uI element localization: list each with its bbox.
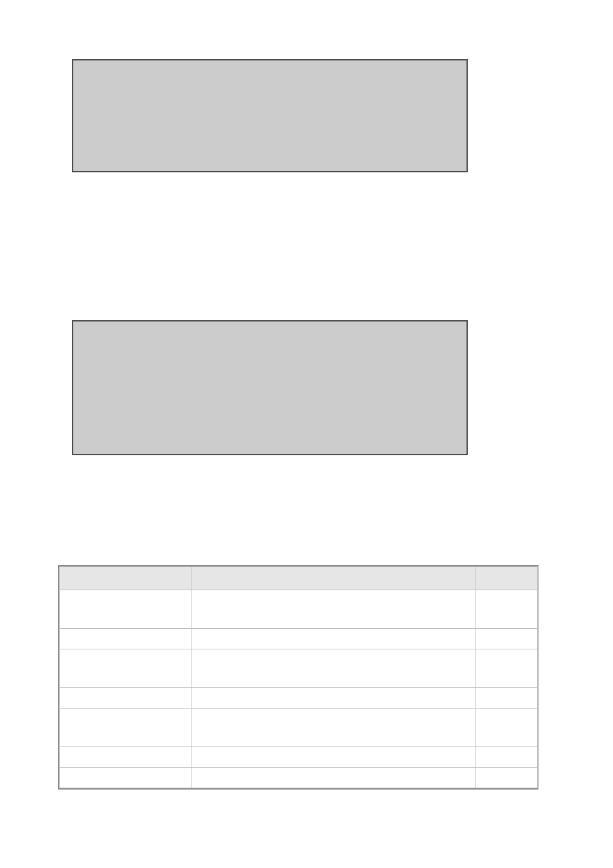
cell [475,635,479,644]
table-header-3 [475,567,538,590]
table-row [60,590,538,629]
cell [191,694,195,703]
panel-1 [72,59,468,172]
cell [191,754,195,763]
cell [475,694,479,703]
cell [60,754,64,763]
table-row [60,747,538,768]
cell [475,724,479,733]
cell [191,665,195,674]
table-header-row [60,567,538,590]
cell [191,724,195,733]
table-header-3-text [475,575,479,584]
table-header-1-text [60,575,64,584]
panel-2 [72,320,468,455]
table-row [60,629,538,649]
cell [60,694,64,703]
table-header-1 [60,567,191,590]
table-row [60,649,538,688]
cell [191,774,195,783]
table-row [60,688,538,709]
cell [60,606,64,615]
cell [191,635,195,644]
table-row [60,709,538,747]
cell [475,774,479,783]
cell [475,606,479,615]
cell [475,665,479,674]
table-header-2 [191,567,475,590]
data-table [58,565,538,790]
cell [60,665,64,674]
cell [191,606,195,615]
cell [60,724,64,733]
panel-1-text [73,62,77,71]
cell [60,635,64,644]
panel-2-text [73,323,77,332]
cell [475,754,479,763]
cell [60,774,64,783]
table-header-2-text [191,575,195,584]
table-row [60,768,538,788]
